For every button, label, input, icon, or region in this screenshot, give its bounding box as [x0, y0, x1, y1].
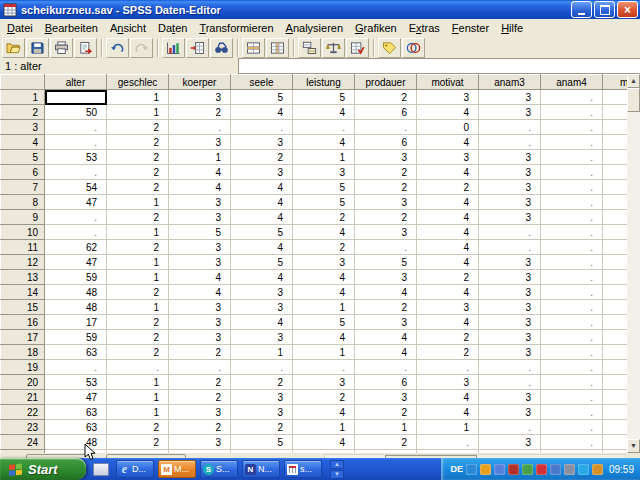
cell-r20-koerper[interactable]: 2	[169, 375, 231, 390]
column-header-prodauer[interactable]: prodauer	[355, 75, 417, 90]
cell-r17-anam4[interactable]: .	[541, 330, 603, 345]
cell-r14-seele[interactable]: 3	[231, 285, 293, 300]
cell-r18-geschlec[interactable]: 2	[107, 345, 169, 360]
row-header-17[interactable]: 17	[1, 330, 45, 345]
cell-r3-motivat[interactable]: 0	[417, 120, 479, 135]
column-header-leistung[interactable]: leistung	[293, 75, 355, 90]
taskbar-scroll-up-icon[interactable]: ▲	[330, 460, 344, 469]
cell-r1-anam3[interactable]: 3	[479, 90, 541, 105]
cell-r7-anam4[interactable]: .	[541, 180, 603, 195]
cell-r22-seele[interactable]: 3	[231, 405, 293, 420]
cell-r12-motivat[interactable]: 4	[417, 255, 479, 270]
cell-r22-motva[interactable]: .	[603, 405, 628, 420]
menu-hilfe[interactable]: Hilfe	[495, 20, 529, 36]
cell-r19-seele[interactable]: .	[231, 360, 293, 375]
cell-r13-leistung[interactable]: 4	[293, 270, 355, 285]
cell-r11-leistung[interactable]: 2	[293, 240, 355, 255]
menu-daten[interactable]: Daten	[152, 20, 193, 36]
cell-r9-koerper[interactable]: 3	[169, 210, 231, 225]
cell-r7-koerper[interactable]: 4	[169, 180, 231, 195]
cell-r9-prodauer[interactable]: 2	[355, 210, 417, 225]
cell-r4-motivat[interactable]: 4	[417, 135, 479, 150]
cell-r1-koerper[interactable]: 3	[169, 90, 231, 105]
tray-skype-icon[interactable]	[578, 464, 589, 475]
cell-r12-anam3[interactable]: 3	[479, 255, 541, 270]
cell-r20-geschlec[interactable]: 1	[107, 375, 169, 390]
cell-r17-prodauer[interactable]: 4	[355, 330, 417, 345]
cell-r22-prodauer[interactable]: 2	[355, 405, 417, 420]
cell-r16-motva[interactable]: .	[603, 315, 628, 330]
cell-r1-seele[interactable]: 5	[231, 90, 293, 105]
cell-r12-anam4[interactable]: .	[541, 255, 603, 270]
cell-r21-alter[interactable]: 47	[45, 390, 107, 405]
cell-r21-seele[interactable]: 3	[231, 390, 293, 405]
cell-r13-alter[interactable]: 59	[45, 270, 107, 285]
save-file-button[interactable]	[26, 38, 49, 58]
cell-r21-motva[interactable]: .	[603, 390, 628, 405]
row-header-23[interactable]: 23	[1, 420, 45, 435]
cell-r7-geschlec[interactable]: 2	[107, 180, 169, 195]
cell-r15-leistung[interactable]: 1	[293, 300, 355, 315]
cell-r3-seele[interactable]: .	[231, 120, 293, 135]
cell-r20-leistung[interactable]: 3	[293, 375, 355, 390]
row-header-1[interactable]: 1	[1, 90, 45, 105]
cell-r3-leistung[interactable]: .	[293, 120, 355, 135]
cell-r19-motva[interactable]: .	[603, 360, 628, 375]
cell-r8-koerper[interactable]: 3	[169, 195, 231, 210]
cell-r5-motivat[interactable]: 3	[417, 150, 479, 165]
cell-r21-geschlec[interactable]: 1	[107, 390, 169, 405]
cell-r4-motva[interactable]: .	[603, 135, 628, 150]
row-header-14[interactable]: 14	[1, 285, 45, 300]
cell-r24-alter[interactable]: 48	[45, 435, 107, 450]
cell-r9-anam4[interactable]: .	[541, 210, 603, 225]
cell-r20-motva[interactable]: .	[603, 375, 628, 390]
cell-r16-koerper[interactable]: 3	[169, 315, 231, 330]
row-header-10[interactable]: 10	[1, 225, 45, 240]
cell-r21-leistung[interactable]: 2	[293, 390, 355, 405]
cell-r19-motivat[interactable]: .	[417, 360, 479, 375]
row-header-20[interactable]: 20	[1, 375, 45, 390]
cell-r16-leistung[interactable]: 5	[293, 315, 355, 330]
cell-r5-koerper[interactable]: 1	[169, 150, 231, 165]
row-header-19[interactable]: 19	[1, 360, 45, 375]
tray-antivirus-icon[interactable]	[522, 464, 533, 475]
cell-r15-seele[interactable]: 3	[231, 300, 293, 315]
cell-r7-leistung[interactable]: 5	[293, 180, 355, 195]
cell-r14-anam4[interactable]: .	[541, 285, 603, 300]
cell-r4-koerper[interactable]: 3	[169, 135, 231, 150]
split-file-button[interactable]	[298, 38, 321, 58]
cell-r12-alter[interactable]: 47	[45, 255, 107, 270]
vertical-scroll-thumb[interactable]	[627, 88, 640, 112]
cell-r16-anam4[interactable]: .	[541, 315, 603, 330]
cell-r22-koerper[interactable]: 3	[169, 405, 231, 420]
cell-r1-leistung[interactable]: 5	[293, 90, 355, 105]
menu-extras[interactable]: Extras	[403, 20, 446, 36]
cell-r9-leistung[interactable]: 2	[293, 210, 355, 225]
cell-r23-anam3[interactable]: .	[479, 420, 541, 435]
cell-r24-seele[interactable]: 5	[231, 435, 293, 450]
cell-r15-motva[interactable]: .	[603, 300, 628, 315]
cell-r19-prodauer[interactable]: .	[355, 360, 417, 375]
cell-r16-motivat[interactable]: 4	[417, 315, 479, 330]
value-labels-button[interactable]	[378, 38, 401, 58]
cell-r18-koerper[interactable]: 2	[169, 345, 231, 360]
cell-r5-anam3[interactable]: 3	[479, 150, 541, 165]
goto-chart-button[interactable]	[162, 38, 185, 58]
cell-r23-prodauer[interactable]: 1	[355, 420, 417, 435]
cell-r20-seele[interactable]: 2	[231, 375, 293, 390]
row-header-9[interactable]: 9	[1, 210, 45, 225]
cell-r3-prodauer[interactable]: .	[355, 120, 417, 135]
cell-r18-motivat[interactable]: 2	[417, 345, 479, 360]
cell-r2-leistung[interactable]: 4	[293, 105, 355, 120]
cell-r10-motva[interactable]: .	[603, 225, 628, 240]
cell-r12-seele[interactable]: 5	[231, 255, 293, 270]
column-header-koerper[interactable]: koerper	[169, 75, 231, 90]
cell-r1-alter[interactable]	[45, 90, 107, 105]
start-button[interactable]: Start	[0, 458, 86, 480]
row-header-24[interactable]: 24	[1, 435, 45, 450]
cell-r14-motivat[interactable]: 4	[417, 285, 479, 300]
tray-settings-icon[interactable]	[564, 464, 575, 475]
cell-r20-prodauer[interactable]: 6	[355, 375, 417, 390]
maximize-button[interactable]	[594, 1, 615, 18]
cell-r9-alter[interactable]: .	[45, 210, 107, 225]
